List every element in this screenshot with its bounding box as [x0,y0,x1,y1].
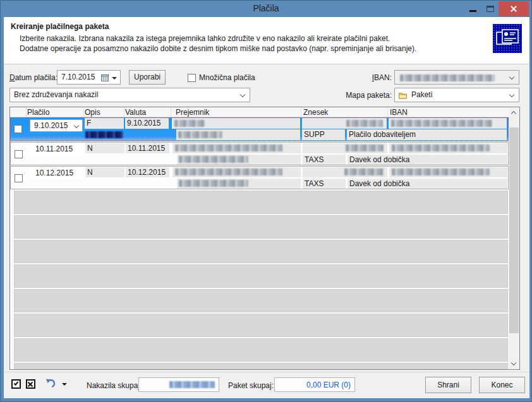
column-header-prejemnik[interactable]: Prejemnik [176,108,209,117]
date-label: Datum plačila: [9,73,57,82]
cell-description: Davek od dobička [348,155,507,165]
redacted-total-value [169,381,215,388]
titlebar[interactable]: Plačila [1,1,531,17]
cell-iban [389,118,507,129]
column-header-opis[interactable]: Opis [85,108,100,117]
grouping-value: Brez združevanja nakazil [14,90,98,99]
description-panel: Kreiranje plačilnega paketa Izberite nak… [4,17,529,64]
row-date-picker[interactable]: 9.10.2015 [30,119,83,132]
close-icon [510,5,517,13]
cell-prejemnik-line2 [176,129,300,140]
select-all-button[interactable] [11,379,21,389]
cell-placilo: 10.12.2015 [30,168,83,179]
maximize-button[interactable] [482,1,499,16]
table-header: Plačilo Opis Valuta Prejemnik Znesek IBA… [10,107,509,117]
payments-window: Plačila Kreiranje plačilnega paketa Izbe… [0,0,532,402]
package-total-label: Paket skupaj: [228,381,274,390]
cell-valuta: 10.11.2015 [126,143,169,153]
row-checkbox[interactable] [15,150,23,158]
dialog-body: Kreiranje plačilnega paketa Izberite nak… [4,17,529,398]
chevron-down-icon [509,92,514,97]
deselect-all-button[interactable] [26,379,35,389]
date-dropdown-arrow-icon[interactable] [112,77,117,80]
panel-description-line2: Dodatne operacije za posamzno nakazilo d… [20,44,416,53]
bulk-payments-checkbox[interactable] [188,74,196,82]
calendar-icon [101,74,109,81]
chevron-down-icon [74,123,79,128]
column-header-valuta[interactable]: Valuta [125,108,146,117]
folder-icon [399,92,407,99]
panel-description-line1: Izberite nakazila. Izbrana nakazila za i… [20,34,390,43]
vertical-scrollbar[interactable] [509,107,519,369]
transfers-total-field [138,377,219,392]
column-header-placilo[interactable]: Plačilo [27,108,49,117]
table-row[interactable]: 10.12.2015 N 10.12.2015 TAXS Davek od do… [10,166,509,189]
cell-prejemnik-line2 [177,155,301,165]
package-folder-label: Mapa paketa: [332,91,392,100]
panel-title: Kreiranje plačilnega paketa [11,22,109,31]
redacted-text [85,131,123,138]
cell-opis: N [85,167,124,177]
cell-valuta: 9.10.2015 [125,118,169,129]
column-header-znesek[interactable]: Znesek [303,108,328,117]
table-row[interactable]: 9.10.2015 F 9.10.2015 SUPP Plačilo dobav… [10,117,509,141]
column-header-iban[interactable]: IBAN [390,108,408,117]
cell-prejemnik [172,143,301,153]
iban-select[interactable] [394,70,519,85]
check-icon [14,381,19,386]
cell-description: Davek od dobička [348,179,507,189]
payment-date-picker[interactable]: 7.10.2015 [57,70,121,85]
cell-opis: F [85,118,124,129]
cell-iban [389,143,507,153]
cell-opis: N [85,143,124,153]
payment-package-icon [493,24,522,53]
cell-code: SUPP [302,129,345,140]
payments-table: Plačilo Opis Valuta Prejemnik Znesek IBA… [9,107,520,370]
payment-date-value: 7.10.2015 [61,73,95,81]
row-checkbox[interactable] [15,174,23,182]
iban-label: IBAN: [332,73,392,82]
close-button[interactable] [499,1,529,16]
row-date-value: 9.10.2015 [34,121,68,130]
footer-divider [4,372,529,372]
undo-button[interactable] [45,378,58,389]
redacted-iban-value [400,74,495,81]
close-dialog-button[interactable]: Konec [479,377,525,393]
scroll-up-icon[interactable] [511,111,516,116]
chevron-down-icon [240,92,245,97]
cell-znesek [302,118,387,129]
row-checkbox[interactable] [14,125,22,133]
undo-icon [45,378,57,388]
cell-znesek [303,143,387,153]
package-folder-select[interactable]: Paketi [394,88,519,102]
scrollbar-thumb[interactable] [509,127,519,333]
minimize-button[interactable] [464,1,481,16]
maximize-icon [487,6,494,12]
chevron-down-icon [509,74,514,80]
package-total-field: 0,00 EUR (0) [274,377,355,392]
cell-valuta: 10.12.2015 [126,167,169,177]
grouping-select[interactable]: Brez združevanja nakazil [9,88,250,102]
package-folder-value: Paketi [411,90,432,99]
cell-znesek [303,167,387,177]
cell-code: TAXS [303,179,346,189]
cell-description: Plačilo dobaviteljem [347,129,507,140]
save-button[interactable]: Shrani [425,377,471,393]
empty-rows-area [10,191,509,369]
bulk-payments-label: Množična plačila [199,73,255,82]
cell-iban [389,167,507,177]
table-row[interactable]: 10.11.2015 N 10.11.2015 TAXS Davek od do… [10,142,509,165]
transfers-total-label: Nakazila skupaj: [87,381,142,390]
scroll-down-icon[interactable] [511,360,516,365]
window-title: Plačila [1,3,531,13]
cell-prejemnik-line2 [177,179,301,189]
package-total-value: 0,00 EUR (0) [306,381,351,389]
cell-placilo: 10.11.2015 [30,144,83,155]
apply-button[interactable]: Uporabi [129,70,166,85]
minimize-icon [469,10,476,12]
undo-dropdown-arrow-icon[interactable] [62,383,67,386]
cell-prejemnik [172,118,300,129]
cell-prejemnik [172,167,301,177]
cell-code: TAXS [303,155,346,165]
